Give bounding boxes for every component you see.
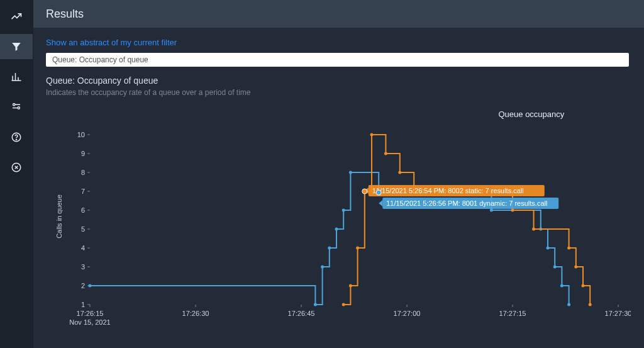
tooltip-text: 11/15/2021 5:26:54 PM: 8002 static: 7 re… xyxy=(372,187,524,194)
y-tick-label: 3 xyxy=(81,263,85,271)
y-axis-title: Calls in queue xyxy=(55,194,63,239)
queue-occupancy-chart: Queue occupancy12345678910Calls in queue… xyxy=(46,103,631,336)
series-point xyxy=(89,284,92,288)
sidebar-item-trend[interactable] xyxy=(0,4,33,29)
series-point xyxy=(511,209,514,212)
series-point xyxy=(567,247,570,250)
y-tick-label: 5 xyxy=(81,225,85,233)
chart-select-input[interactable] xyxy=(46,53,629,67)
series-point xyxy=(349,284,352,288)
page-title: Results xyxy=(46,8,84,21)
y-tick-label: 9 xyxy=(81,150,85,157)
chart-title: Queue occupancy xyxy=(499,109,565,119)
bar-chart-icon xyxy=(11,71,22,82)
panel-title: Queue: Occupancy of queue xyxy=(46,76,631,86)
series-point xyxy=(314,303,317,306)
series-point xyxy=(582,284,585,288)
help-icon xyxy=(11,132,22,143)
x-tick-label: 17:26:15 xyxy=(77,310,104,317)
svg-point-0 xyxy=(13,104,15,106)
series-point xyxy=(398,171,401,174)
series-point xyxy=(370,133,374,137)
svg-point-3 xyxy=(16,139,16,140)
x-tick-label: 17:27:15 xyxy=(499,310,526,317)
tooltip-pointer xyxy=(379,200,382,206)
x-tick-label: 17:26:45 xyxy=(288,310,315,317)
y-tick-label: 2 xyxy=(81,282,85,289)
y-tick-label: 10 xyxy=(77,131,85,138)
sidebar-item-help[interactable] xyxy=(0,125,33,150)
settings-icon xyxy=(11,101,22,113)
tooltip-anchor-point xyxy=(376,190,381,195)
svg-point-1 xyxy=(18,107,19,109)
sidebar-item-filter[interactable] xyxy=(0,34,33,59)
y-tick-label: 6 xyxy=(81,206,85,214)
series-point xyxy=(328,247,331,250)
series-point xyxy=(553,266,557,269)
x-date-label: Nov 15, 2021 xyxy=(69,318,110,326)
series-point xyxy=(349,171,352,174)
chart-area: Queue occupancy12345678910Calls in queue… xyxy=(46,103,631,336)
sidebar-item-settings[interactable] xyxy=(0,94,33,120)
panel-subtitle: Indicates the occupancy rate of a queue … xyxy=(46,88,631,97)
x-tick-label: 17:27:30 xyxy=(605,310,631,317)
series-line xyxy=(343,135,590,305)
series-point xyxy=(532,228,535,231)
series-point xyxy=(567,303,570,306)
series-point xyxy=(321,266,324,269)
y-tick-label: 4 xyxy=(81,244,85,252)
y-tick-label: 8 xyxy=(81,169,85,176)
sidebar xyxy=(0,0,33,348)
tooltip-text: 11/15/2021 5:26:56 PM: 8001 dynamic: 7 r… xyxy=(386,199,547,207)
close-circle-icon xyxy=(11,162,22,173)
series-point xyxy=(490,209,493,212)
show-abstract-link[interactable]: Show an abstract of my current filter xyxy=(46,38,177,47)
series-point xyxy=(589,303,592,306)
series-point xyxy=(574,266,577,269)
series-point xyxy=(547,247,550,250)
series-point xyxy=(560,284,564,288)
x-tick-label: 17:27:00 xyxy=(394,310,421,317)
series-point xyxy=(342,209,345,212)
series-point xyxy=(342,303,345,306)
line-chart-icon xyxy=(10,10,23,23)
series-point xyxy=(335,228,338,231)
y-tick-label: 1 xyxy=(81,301,85,308)
filter-icon xyxy=(11,41,22,52)
sidebar-item-chart[interactable] xyxy=(0,64,33,89)
sidebar-item-close[interactable] xyxy=(0,155,33,180)
tooltip-anchor-point xyxy=(362,189,367,194)
series-point xyxy=(356,247,359,250)
page-header: Results xyxy=(33,0,644,28)
x-tick-label: 17:26:30 xyxy=(182,310,209,317)
series-point xyxy=(384,152,387,155)
y-tick-label: 7 xyxy=(81,188,85,195)
